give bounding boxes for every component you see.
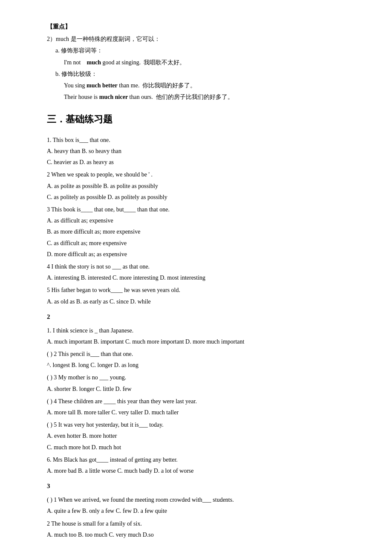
s3q1-stem: ( ) 1 When we arrived, we found the meet…: [47, 494, 349, 505]
s2q3-stem: ( ) 3 My mother is no ___ young.: [47, 372, 349, 383]
section-title: 三．基础练习题: [47, 111, 349, 128]
b-label: b. 修饰比较级：: [55, 69, 349, 79]
q2-stem: 2 When we speak to people, we should be …: [47, 169, 349, 180]
s2q1-stem: 1. I think science is _ than Japanese.: [47, 325, 349, 336]
s3q2-stem: 2 The house is small for a family of six…: [47, 518, 349, 529]
section1: 1. This box is___ that one. A. heavy tha…: [47, 135, 349, 307]
s2q5-stem: ( ) 5 It was very hot yesterday, but it …: [47, 419, 349, 430]
keypoint-section: 【重点】 2）much 是一种特殊的程度副词，它可以： a. 修饰形容词等： I…: [47, 21, 349, 102]
b-example2: Their house is much nicer than ours. 他们的…: [64, 92, 349, 102]
point2-intro: 2）much 是一种特殊的程度副词，它可以：: [47, 34, 349, 44]
s2q4-block: ( ) 4 These children are ____ this year …: [47, 396, 349, 418]
q3-optC: C. as difficult as; more expensive: [47, 238, 349, 249]
q2-block: 2 When we speak to people, we should be …: [47, 169, 349, 202]
section3-num: 3: [47, 480, 349, 492]
q3-optB: B. as more difficult as; more expensive: [47, 226, 349, 237]
q3-optD: D. more difficult as; as expensive: [47, 249, 349, 260]
q2-optA: A. as polite as possible B. as polite as…: [47, 181, 349, 191]
q2-optB: C. as politely as possible D. as politel…: [47, 192, 349, 202]
s2q4-optA: A. more tall B. more taller C. very tall…: [47, 407, 349, 418]
q3-stem: 3 This book is____ that one, but____ tha…: [47, 204, 349, 215]
q5-block: 5 His father began to work____ he was se…: [47, 285, 349, 306]
section3: ( ) 1 When we arrived, we found the meet…: [47, 494, 349, 540]
q1-stem: 1. This box is___ that one.: [47, 135, 349, 145]
s2q3-block: ( ) 3 My mother is no ___ young. A. shor…: [47, 372, 349, 394]
s2q2-stem: ( ) 2 This pencil is___ than that one.: [47, 349, 349, 359]
q1-optA: A. heavy than B. so heavy than: [47, 146, 349, 156]
q4-stem: 4 I think the story is not so ___ as tha…: [47, 261, 349, 272]
s2q5-optA: A. even hotter B. more hotter: [47, 431, 349, 441]
s2q6-stem: 6. Mrs Black has got____ instead of gett…: [47, 454, 349, 465]
s2q6-block: 6. Mrs Black has got____ instead of gett…: [47, 454, 349, 476]
s2q4-stem: ( ) 4 These children are ____ this year …: [47, 396, 349, 407]
keypoint-bracket: 【重点】: [47, 21, 349, 32]
s2q1-block: 1. I think science is _ than Japanese. A…: [47, 325, 349, 347]
s2q1-optA: A. much important B. important C. much m…: [47, 336, 349, 347]
q4-block: 4 I think the story is not so ___ as tha…: [47, 261, 349, 283]
a-example: I'm not much good at singing. 我唱歌不太好。: [64, 57, 349, 68]
s2q2-block: ( ) 2 This pencil is___ than that one. ^…: [47, 349, 349, 370]
s3q1-optA: A. quite a few B. only a few C. few D. a…: [47, 506, 349, 516]
s3q1-block: ( ) 1 When we arrived, we found the meet…: [47, 494, 349, 516]
q1-optB: C. heavier as D. as heavy as: [47, 157, 349, 168]
s2q2-optA: ^. longest B. long C. longer D. as long: [47, 360, 349, 370]
q4-optA: A. interesting B. interested C. more int…: [47, 272, 349, 283]
section2-num: 2: [47, 311, 349, 323]
s3q2-optA: A. much too B. too much C. very much D.s…: [47, 529, 349, 540]
s3q2-block: 2 The house is small for a family of six…: [47, 518, 349, 540]
q5-optA: A. as old as B. as early as C. since D. …: [47, 296, 349, 307]
q1-block: 1. This box is___ that one. A. heavy tha…: [47, 135, 349, 168]
section2: 1. I think science is _ than Japanese. A…: [47, 325, 349, 476]
s2q3-optA: A. shorter B. longer C. little D. few: [47, 384, 349, 394]
q3-block: 3 This book is____ that one, but____ tha…: [47, 204, 349, 260]
s2q5-block: ( ) 5 It was very hot yesterday, but it …: [47, 419, 349, 453]
s2q6-optA: A. more bad B. a little worse C. much ba…: [47, 465, 349, 476]
s2q5-optB: C. much more hot D. much hot: [47, 442, 349, 453]
q5-stem: 5 His father began to work____ he was se…: [47, 285, 349, 295]
b-example1: You sing much better than me. 你比我唱的好多了。: [64, 80, 349, 91]
q3-optA: A. as difficult as; expensive: [47, 215, 349, 226]
a-label: a. 修饰形容词等：: [55, 45, 349, 56]
